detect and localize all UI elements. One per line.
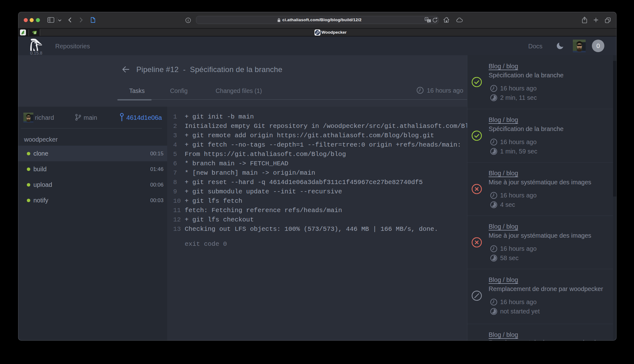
svg-text:x: x	[428, 20, 429, 22]
